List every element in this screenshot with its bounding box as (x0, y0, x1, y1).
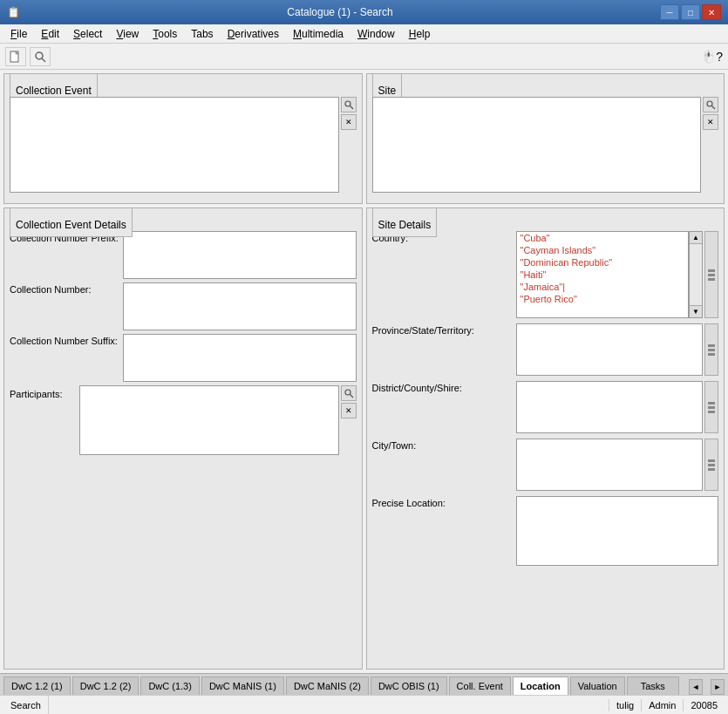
svg-rect-16 (708, 402, 715, 405)
menu-multimedia[interactable]: Multimedia (286, 26, 350, 42)
tab-coll-event[interactable]: Coll. Event (449, 677, 511, 695)
top-row: Collection Event ✕ Site (3, 73, 725, 204)
tab-dwc-manis-1[interactable]: DwC MaNIS (1) (201, 677, 284, 695)
city-select-btn[interactable] (704, 439, 718, 491)
menu-tabs[interactable]: Tabs (184, 26, 220, 42)
country-cayman[interactable]: "Cayman Islands" (517, 244, 689, 256)
country-scroll-track (690, 244, 702, 305)
maximize-button[interactable]: □ (681, 4, 700, 20)
coll-event-details-label: Collection Event Details (10, 207, 133, 237)
district-input[interactable] (516, 381, 704, 433)
tab-prev-btn[interactable]: ◄ (689, 679, 703, 695)
country-dominican[interactable]: "Dominican Republic" (517, 256, 689, 269)
minimize-button[interactable]: ─ (660, 4, 679, 20)
menu-view[interactable]: View (109, 26, 146, 42)
svg-line-5 (350, 106, 353, 110)
svg-line-7 (712, 106, 716, 110)
collection-event-search-btn[interactable] (341, 97, 357, 112)
tab-dwc-obis-1[interactable]: DwC OBIS (1) (371, 677, 447, 695)
participants-clear-btn[interactable]: ✕ (341, 403, 357, 418)
country-scroll-up[interactable]: ▲ (690, 232, 702, 244)
country-haiti[interactable]: "Haiti" (517, 269, 689, 281)
site-content: ✕ (372, 97, 719, 193)
site-buttons: ✕ (701, 97, 718, 193)
precise-location-label: Precise Location: (372, 496, 516, 508)
collection-number-prefix-input[interactable] (123, 231, 357, 279)
city-input[interactable] (516, 439, 704, 491)
status-right: tulig Admin 20085 (609, 699, 725, 711)
search-toolbar-button[interactable] (30, 47, 51, 66)
participants-search-btn[interactable] (341, 385, 357, 401)
district-row: District/County/Shire: (372, 381, 719, 433)
site-details-panel: Site Details Country: "Cuba" "Cayman Isl… (366, 207, 725, 670)
tab-dwc-manis-2[interactable]: DwC MaNIS (2) (286, 677, 369, 695)
menu-derivatives[interactable]: Derivatives (221, 26, 286, 42)
svg-rect-13 (708, 344, 715, 347)
collection-event-panel: Collection Event ✕ (3, 73, 363, 204)
collection-event-clear-btn[interactable]: ✕ (341, 114, 357, 130)
participants-buttons: ✕ (339, 385, 357, 455)
menu-help[interactable]: Help (402, 26, 438, 42)
tab-next-btn[interactable]: ► (711, 679, 725, 695)
menu-edit[interactable]: Edit (34, 26, 66, 42)
province-label: Province/State/Territory: (372, 323, 516, 336)
status-bar: Search tulig Admin 20085 (0, 695, 728, 714)
site-search-btn[interactable] (703, 97, 718, 112)
close-button[interactable]: ✕ (702, 4, 721, 20)
collection-number-input[interactable] (123, 282, 357, 330)
window-controls: ─ □ ✕ (660, 4, 721, 20)
district-label: District/County/Shire: (372, 381, 516, 393)
collection-event-buttons: ✕ (339, 97, 357, 193)
site-list[interactable] (372, 97, 702, 193)
toolbar: 🖱️? (0, 44, 728, 70)
precise-location-input[interactable] (516, 496, 719, 566)
tab-valuation[interactable]: Valuation (570, 677, 625, 695)
tab-location[interactable]: Location (513, 677, 568, 695)
svg-rect-14 (708, 349, 715, 351)
tab-tasks[interactable]: Tasks (627, 677, 679, 695)
collection-event-content: ✕ (10, 97, 357, 193)
country-cuba[interactable]: "Cuba" (517, 232, 689, 244)
country-dropdown[interactable]: "Cuba" "Cayman Islands" "Dominican Repub… (516, 231, 690, 318)
menu-tools[interactable]: Tools (146, 26, 184, 42)
svg-rect-21 (708, 468, 715, 471)
country-select-btn[interactable] (704, 231, 718, 318)
svg-point-6 (707, 101, 712, 106)
new-button[interactable] (5, 47, 26, 66)
participants-list[interactable] (79, 385, 339, 455)
svg-rect-10 (708, 269, 715, 272)
country-puerto-rico[interactable]: "Puerto Rico" (517, 293, 689, 305)
bottom-row: Collection Event Details Collection Numb… (3, 207, 725, 670)
main-content: Collection Event ✕ Site (0, 70, 728, 673)
title-icon: 📋 (7, 6, 20, 18)
svg-point-4 (345, 101, 350, 106)
svg-point-2 (36, 52, 43, 59)
site-clear-btn[interactable]: ✕ (703, 114, 718, 130)
participants-row: Participants: ✕ (10, 385, 357, 455)
province-input[interactable] (516, 323, 704, 376)
status-user: tulig (609, 699, 641, 711)
country-jamaica[interactable]: "Jamaica"| (517, 281, 689, 293)
svg-point-8 (345, 390, 350, 395)
province-select-btn[interactable] (704, 323, 718, 376)
tab-dwc12-1[interactable]: DwC 1.2 (1) (3, 677, 71, 695)
district-select-btn[interactable] (704, 381, 718, 433)
collection-number-suffix-input[interactable] (123, 334, 357, 382)
menu-file[interactable]: File (3, 26, 34, 42)
menu-select[interactable]: Select (66, 26, 109, 42)
site-panel: Site ✕ (366, 73, 725, 204)
precise-location-row: Precise Location: (372, 496, 719, 566)
province-row: Province/State/Territory: (372, 323, 719, 376)
tab-dwc13[interactable]: DwC (1.3) (140, 677, 200, 695)
menu-window[interactable]: Window (350, 26, 402, 42)
city-label: City/Town: (372, 439, 516, 451)
menu-bar: File Edit Select View Tools Tabs Derivat… (0, 24, 728, 44)
collection-number-row: Collection Number: (10, 282, 357, 330)
coll-event-details-panel: Collection Event Details Collection Numb… (3, 207, 363, 670)
tab-dwc12-2[interactable]: DwC 1.2 (2) (72, 677, 139, 695)
collection-event-list[interactable] (10, 97, 339, 193)
tab-bar: DwC 1.2 (1) DwC 1.2 (2) DwC (1.3) DwC Ma… (0, 673, 728, 695)
svg-rect-19 (708, 459, 715, 462)
country-scroll-down[interactable]: ▼ (690, 305, 702, 317)
svg-rect-15 (708, 353, 715, 356)
